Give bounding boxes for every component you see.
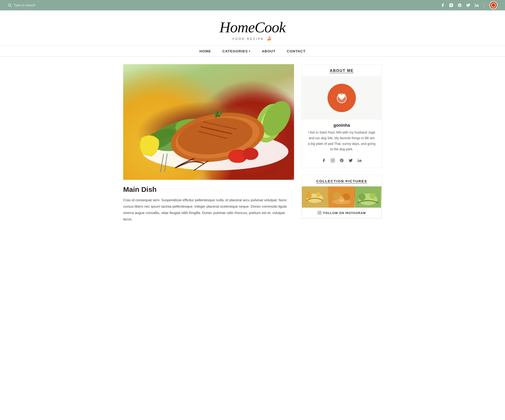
search-input[interactable] (14, 3, 55, 7)
collection-food-1 (302, 186, 328, 208)
svg-point-45 (370, 193, 375, 199)
nav-items: HOME CATEGORIES ▾ ABOUT CONTACT (199, 49, 306, 53)
about-instagram-icon[interactable] (331, 158, 335, 163)
food-illustration (123, 64, 294, 180)
search-area[interactable] (7, 3, 55, 7)
about-username: goninha (302, 120, 382, 130)
about-social-links (302, 157, 382, 168)
pinterest-icon[interactable] (458, 3, 462, 7)
hero-image-inner (123, 64, 294, 180)
main-content: Main Dish Cras id consequat sem. Suspend… (123, 64, 294, 222)
sidebar: ABOUT ME (302, 64, 382, 225)
linkedin-icon[interactable] (474, 3, 479, 7)
svg-rect-46 (318, 211, 321, 214)
chevron-down-icon: ▾ (249, 50, 250, 53)
nav-contact[interactable]: CONTACT (287, 49, 306, 53)
svg-point-19 (228, 150, 245, 163)
about-facebook-icon[interactable] (322, 158, 326, 163)
topbar-divider (484, 2, 484, 8)
collection-item-3[interactable] (355, 186, 382, 208)
about-me-title: ABOUT ME (302, 64, 382, 76)
facebook-icon[interactable] (441, 3, 445, 7)
svg-point-31 (334, 159, 334, 160)
topbar (0, 0, 505, 10)
main-layout: Main Dish Cras id consequat sem. Suspend… (111, 57, 394, 233)
svg-point-41 (332, 199, 351, 204)
topbar-social-icons (441, 1, 498, 9)
svg-point-4 (475, 4, 476, 4)
about-linkedin-icon[interactable] (358, 158, 362, 163)
svg-point-44 (359, 194, 366, 201)
svg-rect-29 (331, 159, 335, 162)
nav-about[interactable]: ABOUT (262, 49, 275, 53)
follow-instagram-button[interactable]: FOLLOW ON INSTAGRAM (302, 208, 382, 218)
collection-item-1[interactable] (302, 186, 328, 208)
site-header: HomeCook FOOD RECIPE 🍰 (0, 10, 505, 45)
hero-image (123, 64, 294, 180)
about-me-widget: ABOUT ME (302, 64, 382, 168)
collection-grid (302, 186, 382, 208)
svg-point-20 (243, 148, 259, 160)
site-tagline: FOOD RECIPE 🍰 (233, 36, 272, 41)
follow-instagram-icon (318, 211, 322, 215)
svg-point-35 (306, 193, 312, 199)
collection-food-3 (355, 186, 381, 208)
svg-line-1 (10, 6, 11, 7)
nav-categories[interactable]: CATEGORIES ▾ (222, 49, 250, 53)
nav-home[interactable]: HOME (199, 49, 211, 53)
post-title: Main Dish (123, 185, 294, 194)
svg-point-30 (332, 160, 334, 161)
tagline-icon: 🍰 (267, 37, 272, 41)
collection-widget: COLLECTION PICTURES (302, 175, 382, 219)
plate-fork-heart-icon (334, 90, 350, 106)
about-bio: I live in Saint Paul, MN with my husband… (302, 130, 382, 157)
post-excerpt: Cras id consequat sem. Suspendisse effic… (123, 197, 294, 222)
svg-point-0 (8, 4, 11, 6)
collection-food-2 (328, 186, 354, 208)
svg-point-47 (319, 212, 320, 213)
search-icon (7, 3, 12, 7)
about-avatar-area (302, 76, 382, 120)
twitter-icon[interactable] (466, 3, 470, 7)
svg-point-48 (320, 212, 321, 212)
follow-instagram-label: FOLLOW ON INSTAGRAM (323, 211, 366, 215)
instagram-icon[interactable] (449, 3, 453, 7)
svg-point-36 (316, 192, 321, 197)
site-logo[interactable]: HomeCook (220, 20, 285, 35)
avatar-inner (491, 3, 496, 7)
about-twitter-icon[interactable] (348, 158, 353, 163)
collection-item-2[interactable] (328, 186, 355, 208)
about-pinterest-icon[interactable] (340, 158, 344, 163)
about-avatar-circle (328, 84, 356, 112)
user-avatar[interactable] (489, 1, 498, 9)
main-nav: HOME CATEGORIES ▾ ABOUT CONTACT (0, 45, 505, 57)
svg-point-32 (358, 159, 359, 159)
collection-title: COLLECTION PICTURES (302, 175, 382, 186)
